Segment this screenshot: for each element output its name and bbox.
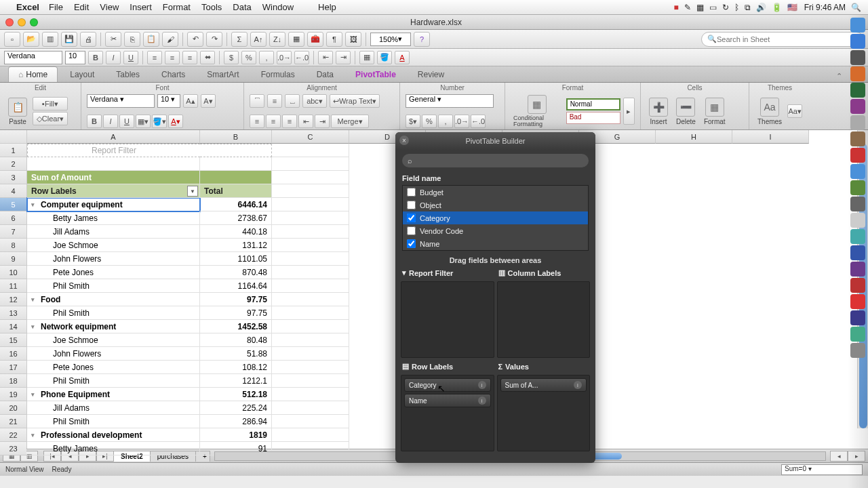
increase-font-icon[interactable]: A▴	[183, 94, 198, 108]
dock-icon[interactable]	[850, 131, 865, 146]
ptb-field-checkbox[interactable]	[407, 188, 416, 197]
pivot-cell-label[interactable]: ▾Professional development	[27, 428, 200, 442]
cells-format-button[interactable]: ▦Format	[701, 98, 728, 125]
rowhdr-6[interactable]: 6	[0, 211, 26, 225]
pivot-cell-label[interactable]: John Flowers	[27, 252, 200, 266]
dock-icon[interactable]	[850, 343, 865, 358]
bold-button[interactable]: B	[88, 51, 103, 64]
align-center-icon[interactable]: ≡	[165, 51, 180, 64]
themes-button[interactable]: AaThemes	[755, 98, 785, 125]
window-close-icon[interactable]	[5, 18, 14, 26]
colhdr-b[interactable]: B	[200, 130, 272, 144]
style-more-icon[interactable]: ▸	[623, 98, 635, 125]
pivot-cell-value[interactable]: 51.88	[200, 347, 272, 361]
tab-smartart[interactable]: SmartArt	[197, 67, 248, 82]
tab-charts[interactable]: Charts	[152, 67, 195, 82]
rowhdr-4[interactable]: 4	[0, 184, 26, 198]
tab-layout[interactable]: Layout	[60, 67, 104, 82]
comma-icon[interactable]: ,	[259, 51, 274, 64]
pivot-cell-label[interactable]: ▾Phone Equipment	[27, 388, 200, 401]
cell-empty[interactable]	[272, 293, 349, 306]
ptb-field-checkbox[interactable]	[407, 239, 416, 248]
status-display-icon[interactable]: ▭	[709, 3, 717, 12]
dock-icon[interactable]	[850, 18, 865, 33]
tab-pivottable[interactable]: PivotTable	[346, 67, 406, 82]
status-timemachine-icon[interactable]: ↻	[722, 3, 729, 12]
row-labels-filter-icon[interactable]: ▼	[187, 186, 198, 197]
rowhdr-18[interactable]: 18	[0, 374, 26, 388]
cell-empty[interactable]	[272, 333, 349, 347]
pivot-cell-value[interactable]: 97.75	[200, 306, 272, 320]
orientation-icon[interactable]: abc▾	[302, 94, 327, 108]
ptb-search-input[interactable]	[412, 157, 583, 165]
dock-icon[interactable]	[850, 83, 865, 98]
cell-empty[interactable]	[272, 347, 349, 361]
pivot-total-header[interactable]: Total	[200, 184, 272, 198]
cell-style-normal[interactable]: Normal	[566, 98, 620, 110]
ribbon-collapse-icon[interactable]: ⌃	[833, 70, 845, 82]
ptb-field-item[interactable]: Name	[403, 237, 588, 250]
decrease-font-icon[interactable]: A▾	[201, 94, 216, 108]
halign-left-icon[interactable]: ≡	[250, 115, 264, 128]
halign-center-icon[interactable]: ≡	[266, 115, 281, 128]
dock-icon[interactable]	[850, 213, 865, 228]
pivot-cell-value[interactable]: 286.94	[200, 415, 272, 428]
cell-b3[interactable]	[200, 171, 272, 184]
conditional-formatting-button[interactable]: ▦Conditional Formatting	[511, 95, 564, 127]
menu-insert[interactable]: Insert	[130, 2, 152, 12]
status-grid-icon[interactable]: ▦	[696, 3, 704, 12]
dock-icon[interactable]	[850, 148, 865, 163]
rowhdr-19[interactable]: 19	[0, 388, 26, 401]
cells-delete-button[interactable]: ➖Delete	[673, 98, 698, 125]
search-input[interactable]	[717, 35, 858, 43]
cell-style-bad[interactable]: Bad	[566, 112, 620, 124]
pivot-sum-header[interactable]: Sum of Amount	[27, 171, 200, 184]
menu-view[interactable]: View	[100, 2, 119, 12]
sort-desc-icon[interactable]: Z↓	[269, 32, 285, 47]
currency-icon[interactable]: $	[224, 51, 239, 64]
tab-review[interactable]: Review	[408, 67, 454, 82]
rowhdr-11[interactable]: 11	[0, 279, 26, 293]
cell-empty[interactable]	[272, 374, 349, 388]
dock-icon[interactable]	[850, 164, 865, 179]
dock-icon[interactable]	[850, 197, 865, 211]
dec-decimal-icon[interactable]: ←.0	[471, 115, 486, 128]
ptb-field-item[interactable]: Object	[403, 199, 588, 211]
report-filter-area[interactable]: Report Filter	[27, 144, 200, 157]
cell-empty[interactable]	[272, 239, 349, 252]
menu-data[interactable]: Data	[233, 2, 251, 12]
pivot-cell-label[interactable]: John Flowers	[27, 347, 200, 361]
align-right-icon[interactable]: ≡	[182, 51, 197, 64]
rowhdr-7[interactable]: 7	[0, 225, 26, 239]
pill-info-icon[interactable]: i	[478, 381, 486, 389]
merge-button[interactable]: Merge ▾	[331, 115, 369, 128]
menu-window[interactable]: Window	[262, 2, 294, 12]
ptb-field-item[interactable]: Category	[403, 211, 588, 224]
halign-right-icon[interactable]: ≡	[282, 115, 297, 128]
cells-insert-button[interactable]: ➕Insert	[646, 98, 671, 125]
pivot-cell-label[interactable]: Jill Adams	[27, 225, 200, 239]
cell-b1[interactable]	[200, 144, 272, 157]
ribbon-italic[interactable]: I	[103, 115, 118, 128]
show-hide-icon[interactable]: ¶	[326, 32, 342, 47]
open-icon[interactable]: 📂	[23, 32, 39, 47]
window-minimize-icon[interactable]	[18, 18, 26, 26]
paste-button[interactable]: 📋Paste	[5, 98, 30, 125]
ptb-field-item[interactable]: Budget	[403, 186, 588, 199]
format-painter-icon[interactable]: 🖌	[162, 32, 178, 47]
cell-empty[interactable]	[272, 388, 349, 401]
pivot-cell-label[interactable]: Phil Smith	[27, 374, 200, 388]
window-zoom-icon[interactable]	[30, 18, 38, 26]
ptb-report-filter-box[interactable]	[401, 281, 494, 358]
colhdr-h[interactable]: H	[656, 130, 732, 144]
cell-empty[interactable]	[272, 266, 349, 279]
dock-icon[interactable]	[850, 310, 865, 325]
pivot-cell-value[interactable]: 1452.58	[200, 320, 272, 333]
spotlight-icon[interactable]: 🔍	[851, 3, 861, 12]
indent-increase-icon[interactable]: ⇥	[336, 51, 351, 64]
ptb-values-box[interactable]: Sum of A...i	[497, 375, 591, 451]
paste-icon[interactable]: 📋	[143, 32, 159, 47]
pill-info-icon[interactable]: i	[478, 396, 486, 405]
pivot-cell-label[interactable]: Pete Jones	[27, 361, 200, 374]
colhdr-a[interactable]: A	[27, 130, 200, 144]
